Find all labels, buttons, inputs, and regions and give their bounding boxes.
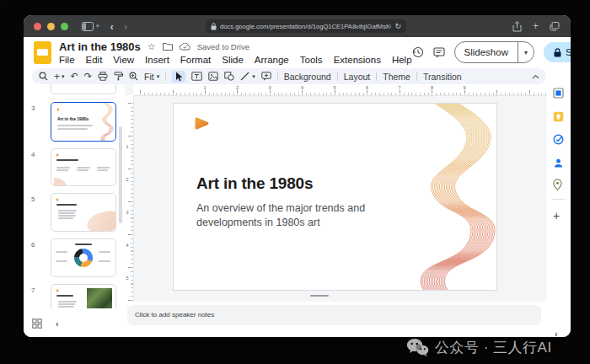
thumbnail-slide-5[interactable] bbox=[51, 193, 116, 232]
minimize-window-button[interactable] bbox=[47, 23, 55, 30]
menu-item[interactable]: File bbox=[59, 55, 75, 65]
browser-titlebar: ▾ ‹ › docs.google.com/presentation/d/1og… bbox=[24, 15, 571, 37]
notes-resize-handle[interactable] bbox=[310, 295, 329, 297]
ruler-label: 4 bbox=[301, 85, 303, 90]
background-button[interactable]: Background bbox=[284, 72, 331, 82]
ruler-label: 2 bbox=[126, 177, 129, 182]
ruler-label: 2 bbox=[236, 85, 239, 90]
vertical-ruler: 12345 bbox=[125, 95, 134, 302]
ruler-label: 9 bbox=[463, 85, 465, 90]
slide-number: 7 bbox=[31, 286, 35, 294]
new-tab-icon[interactable]: + bbox=[533, 20, 539, 32]
reload-icon[interactable]: ↻ bbox=[394, 23, 401, 30]
zoom-window-button[interactable] bbox=[61, 23, 68, 30]
hide-side-panel-icon[interactable]: › bbox=[555, 329, 558, 337]
transition-button[interactable]: Transition bbox=[423, 72, 462, 82]
contacts-icon[interactable] bbox=[553, 158, 564, 169]
paint-format-icon[interactable] bbox=[114, 72, 123, 81]
filmstrip-scrollbar[interactable] bbox=[119, 126, 122, 223]
keep-icon[interactable] bbox=[553, 111, 564, 122]
slide-number: 6 bbox=[31, 241, 35, 249]
search-menus-icon[interactable] bbox=[39, 72, 48, 81]
thumbnail-slide-4[interactable] bbox=[51, 148, 116, 186]
menu-item[interactable]: View bbox=[113, 55, 134, 65]
insert-image-icon[interactable] bbox=[208, 72, 218, 81]
menu-item[interactable]: Help bbox=[392, 55, 412, 65]
version-history-icon[interactable] bbox=[412, 46, 424, 58]
menu-item[interactable]: Slide bbox=[222, 55, 244, 65]
insert-shape-icon[interactable] bbox=[224, 72, 234, 81]
ruler-label: 3 bbox=[268, 85, 271, 90]
insert-comment-icon[interactable] bbox=[261, 72, 271, 81]
theme-button[interactable]: Theme bbox=[383, 72, 410, 82]
thumbnail-slide-6[interactable] bbox=[51, 238, 116, 277]
star-icon[interactable]: ☆ bbox=[148, 42, 156, 51]
slideshow-button[interactable]: Slideshow ▾ bbox=[454, 41, 534, 63]
ruler-label: 4 bbox=[126, 243, 129, 248]
sidebar-icon[interactable] bbox=[82, 22, 94, 31]
ruler-label: 5 bbox=[333, 85, 335, 90]
insert-line-icon[interactable]: ▾ bbox=[240, 72, 255, 81]
redo-icon[interactable]: ↷ bbox=[84, 72, 92, 81]
address-bar[interactable]: docs.google.com/presentation/d/1ogQ1CE1P… bbox=[206, 19, 406, 33]
undo-icon[interactable]: ↶ bbox=[71, 72, 78, 81]
slide-page[interactable]: Art in the 1980s An overview of the majo… bbox=[173, 103, 497, 291]
thumbnail-slide-3-selected[interactable]: Art in the 1980s bbox=[51, 102, 116, 142]
slide-logo-triangle bbox=[195, 117, 209, 130]
collapse-filmstrip-icon[interactable]: ‹ bbox=[56, 318, 59, 329]
url-text: docs.google.com/presentation/d/1ogQ1CE1P… bbox=[220, 23, 391, 30]
zoom-icon[interactable] bbox=[129, 72, 138, 81]
menu-bar: FileEditViewInsertFormatSlideArrangeTool… bbox=[59, 55, 412, 65]
menu-item[interactable]: Tools bbox=[300, 55, 323, 65]
ruler-label: 7 bbox=[398, 85, 400, 90]
maps-icon[interactable] bbox=[553, 179, 562, 190]
filmstrip-scroll[interactable]: 34567 Art in the 1980s bbox=[24, 84, 125, 308]
workspace-side-panel: + › bbox=[545, 84, 571, 337]
forward-icon[interactable]: › bbox=[124, 20, 127, 33]
calendar-icon[interactable] bbox=[553, 88, 564, 99]
slide-number: 3 bbox=[31, 104, 35, 112]
lock-icon bbox=[211, 23, 217, 30]
move-folder-icon[interactable] bbox=[163, 42, 173, 51]
saved-cloud-icon[interactable] bbox=[180, 43, 190, 51]
comment-history-icon[interactable] bbox=[433, 47, 445, 58]
saved-status: Saved to Drive bbox=[197, 42, 249, 51]
browser-window: ▾ ‹ › docs.google.com/presentation/d/1og… bbox=[24, 15, 571, 337]
menu-item[interactable]: Edit bbox=[86, 55, 103, 65]
tasks-icon[interactable] bbox=[553, 134, 564, 145]
layout-button[interactable]: Layout bbox=[344, 72, 371, 82]
slides-logo[interactable] bbox=[34, 41, 51, 64]
speaker-notes-row: Click to add speaker notes bbox=[125, 302, 546, 337]
thumbnail-slide-7[interactable] bbox=[51, 284, 116, 308]
close-window-button[interactable] bbox=[34, 23, 41, 30]
share-page-icon[interactable] bbox=[512, 21, 522, 32]
horizontal-ruler: 123456789 bbox=[133, 84, 546, 96]
share-button[interactable]: Share bbox=[544, 42, 571, 62]
app-header: Art in the 1980s ☆ Saved to Drive FileEd… bbox=[24, 37, 571, 67]
menu-item[interactable]: Arrange bbox=[255, 55, 289, 65]
document-title[interactable]: Art in the 1980s bbox=[59, 40, 141, 53]
back-icon[interactable]: ‹ bbox=[110, 20, 114, 33]
text-box-icon[interactable] bbox=[191, 72, 202, 81]
speaker-notes-input[interactable]: Click to add speaker notes bbox=[127, 305, 541, 325]
thumbnail-slide-2[interactable] bbox=[51, 84, 116, 94]
filmstrip: 34567 Art in the 1980s bbox=[24, 84, 126, 337]
sidebar-caret-icon[interactable]: ▾ bbox=[96, 23, 99, 29]
menu-item[interactable]: Insert bbox=[145, 55, 169, 65]
get-addons-icon[interactable]: + bbox=[553, 209, 560, 222]
watermark: 公众号 · 三人行AI bbox=[406, 338, 552, 357]
slide-title[interactable]: Art in the 1980s bbox=[196, 174, 313, 193]
zoom-level-select[interactable]: Fit▾ bbox=[144, 72, 159, 82]
menu-item[interactable]: Format bbox=[180, 55, 211, 65]
slideshow-dropdown[interactable]: ▾ bbox=[518, 42, 534, 62]
collapse-toolbar-icon[interactable] bbox=[532, 74, 539, 79]
grid-view-icon[interactable] bbox=[32, 318, 42, 329]
ruler-label: 1 bbox=[126, 144, 129, 149]
select-tool-icon[interactable] bbox=[172, 71, 185, 83]
tab-overview-icon[interactable] bbox=[550, 22, 560, 31]
ruler-label: 1 bbox=[203, 85, 206, 90]
new-slide-button[interactable]: +▾ bbox=[54, 71, 65, 83]
menu-item[interactable]: Extensions bbox=[334, 55, 381, 65]
slide-subtitle[interactable]: An overview of the major trends and deve… bbox=[196, 201, 365, 230]
print-icon[interactable] bbox=[98, 72, 108, 81]
